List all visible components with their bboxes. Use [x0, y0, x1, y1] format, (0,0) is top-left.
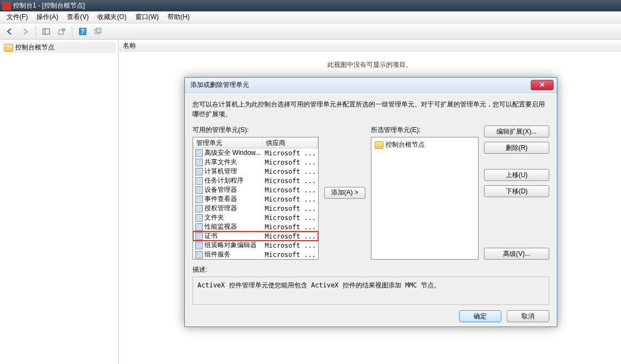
list-item[interactable]: 事件查看器Microsoft ...: [193, 194, 318, 204]
snapin-vendor: Microsoft ...: [263, 177, 318, 185]
snapin-icon: [195, 159, 203, 166]
snapin-name: 性能监视器: [204, 222, 237, 231]
list-item[interactable]: 证书Microsoft ...: [193, 231, 318, 241]
menu-help[interactable]: 帮助(H): [163, 11, 194, 23]
selected-snapins-tree[interactable]: 控制台根节点: [371, 137, 479, 260]
dialog-close-button[interactable]: ✕: [531, 80, 554, 90]
snapin-icon: [195, 205, 203, 212]
svg-rect-2: [59, 30, 63, 34]
tree-root-label: 控制台根节点: [15, 43, 54, 52]
selected-root-label: 控制台根节点: [386, 140, 425, 149]
advanced-button[interactable]: 高级(V)...: [484, 248, 549, 260]
list-item[interactable]: 授权管理器Microsoft ...: [193, 204, 318, 213]
description-text: ActiveX 控件管理单元使您能用包含 ActiveX 控件的结果视图添加 M…: [192, 277, 549, 305]
toolbar: ?: [0, 23, 621, 40]
snapin-vendor: Microsoft ...: [263, 196, 318, 203]
snapin-icon: [195, 233, 203, 240]
move-up-button[interactable]: 上移(U): [484, 169, 549, 181]
export-icon: [57, 27, 66, 36]
back-button[interactable]: [3, 25, 16, 38]
list-item[interactable]: 组件服务Microsoft ...: [193, 250, 318, 259]
dialog-titlebar[interactable]: 添加或删除管理单元 ✕: [185, 78, 557, 93]
selected-label: 所选管理单元(E):: [371, 125, 479, 135]
list-item[interactable]: 组策略对象编辑器Microsoft ...: [193, 241, 318, 250]
menu-window[interactable]: 窗口(W): [131, 11, 163, 23]
list-item[interactable]: 高级安全 Window...Microsoft ...: [193, 148, 318, 158]
show-hide-tree-button[interactable]: [40, 25, 53, 38]
list-item[interactable]: 文件夹Microsoft ...: [193, 213, 318, 222]
snapin-vendor: Microsoft ...: [263, 149, 318, 157]
add-button[interactable]: 添加(A) >: [324, 187, 365, 199]
list-item[interactable]: 任务计划程序Microsoft ...: [193, 176, 318, 185]
help-button[interactable]: ?: [76, 25, 89, 38]
snapin-vendor: Microsoft ...: [263, 168, 318, 175]
col-snapin[interactable]: 管理单元: [193, 137, 263, 148]
svg-rect-0: [43, 29, 49, 34]
description-label: 描述:: [192, 265, 549, 274]
help-icon: ?: [78, 27, 87, 36]
snapin-icon: [195, 149, 203, 157]
remove-button[interactable]: 删除(R): [484, 142, 549, 154]
snapin-name: 高级安全 Window...: [204, 148, 260, 158]
move-down-button[interactable]: 下移(D): [484, 185, 549, 197]
snapin-icon: [195, 214, 203, 222]
snapin-icon: [195, 168, 203, 175]
available-label: 可用的管理单元(S):: [192, 125, 319, 135]
col-vendor[interactable]: 供应商: [263, 137, 318, 148]
dialog-body: 您可以在计算机上为此控制台选择可用的管理单元并配置所选的一组管理单元。对于可扩展…: [185, 93, 557, 310]
dialog-title: 添加或删除管理单元: [190, 80, 249, 90]
snapin-vendor: Microsoft ...: [263, 205, 318, 212]
cancel-button[interactable]: 取消: [507, 310, 549, 322]
snapin-vendor: Microsoft ...: [263, 242, 318, 249]
snapin-icon: [195, 186, 203, 194]
add-remove-snapin-dialog: 添加或删除管理单元 ✕ 您可以在计算机上为此控制台选择可用的管理单元并配置所选的…: [184, 77, 557, 327]
snapin-vendor: Microsoft ...: [263, 233, 318, 240]
menu-view[interactable]: 查看(V): [63, 11, 93, 23]
svg-text:?: ?: [80, 28, 84, 35]
snapin-name: 事件查看器: [204, 194, 237, 204]
new-window-button[interactable]: [91, 25, 104, 38]
snapin-icon: [195, 251, 203, 259]
tree-pane[interactable]: 控制台根节点: [0, 40, 119, 364]
menu-file[interactable]: 文件(F): [2, 11, 32, 23]
export-button[interactable]: [55, 25, 68, 38]
menu-action[interactable]: 操作(A): [32, 11, 63, 23]
toolbar-separator: [35, 26, 36, 37]
snapin-name: 文件夹: [204, 213, 224, 222]
snapin-vendor: Microsoft ...: [263, 251, 318, 259]
content-header[interactable]: 名称: [119, 40, 621, 52]
arrow-right-icon: [21, 27, 29, 36]
dialog-instruction: 您可以在计算机上为此控制台选择可用的管理单元并配置所选的一组管理单元。对于可扩展…: [192, 99, 549, 119]
snapin-name: 组件服务: [204, 250, 231, 259]
snapin-name: 授权管理器: [204, 204, 237, 213]
snapin-icon: [195, 242, 203, 249]
list-item[interactable]: 性能监视器Microsoft ...: [193, 222, 318, 231]
list-item[interactable]: 共享文件夹Microsoft ...: [193, 158, 318, 167]
snapin-name: 任务计划程序: [204, 176, 244, 185]
snapin-icon: [195, 196, 203, 203]
selected-root-item[interactable]: 控制台根节点: [374, 140, 476, 150]
snapin-vendor: Microsoft ...: [263, 159, 318, 166]
snapin-vendor: Microsoft ...: [263, 186, 318, 194]
panel-icon: [42, 27, 51, 36]
window-titlebar: 控制台1 - [控制台根节点]: [0, 0, 621, 11]
snapin-name: 证书: [204, 231, 218, 241]
snapin-name: 设备管理器: [204, 185, 237, 194]
folder-icon: [375, 141, 383, 149]
window-icon: [94, 27, 102, 36]
forward-button[interactable]: [18, 25, 32, 38]
app-icon: [2, 2, 11, 10]
list-header: 管理单元 供应商: [193, 137, 318, 148]
menu-favorites[interactable]: 收藏夹(O): [93, 11, 131, 23]
arrow-left-icon: [5, 27, 14, 36]
toolbar-separator: [72, 26, 72, 37]
available-snapins-list[interactable]: 管理单元 供应商 高级安全 Window...Microsoft ...共享文件…: [192, 137, 319, 260]
list-item[interactable]: 设备管理器Microsoft ...: [193, 185, 318, 194]
list-item[interactable]: 计算机管理Microsoft ...: [193, 167, 318, 176]
snapin-icon: [195, 223, 203, 231]
ok-button[interactable]: 确定: [459, 310, 501, 322]
edit-extensions-button[interactable]: 编辑扩展(X)...: [484, 125, 549, 137]
tree-root-item[interactable]: 控制台根节点: [2, 42, 116, 53]
folder-icon: [4, 44, 13, 52]
snapin-vendor: Microsoft ...: [263, 223, 318, 231]
